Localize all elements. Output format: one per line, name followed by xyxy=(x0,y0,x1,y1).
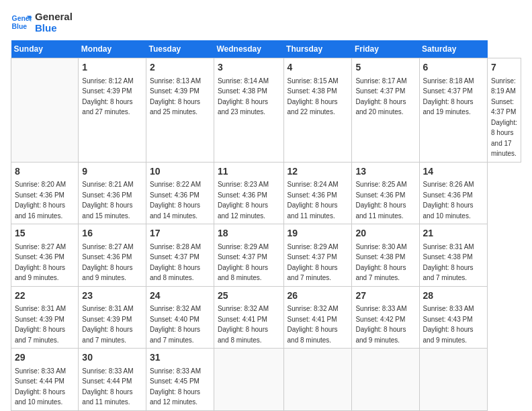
day-number: 5 xyxy=(355,61,415,75)
day-info: Sunrise: 8:18 AMSunset: 4:37 PMDaylight:… xyxy=(423,77,474,116)
day-number: 31 xyxy=(150,351,210,365)
calendar-cell: 12 Sunrise: 8:24 AMSunset: 4:36 PMDaylig… xyxy=(283,162,352,224)
calendar-cell: 24 Sunrise: 8:32 AMSunset: 4:40 PMDaylig… xyxy=(146,286,214,349)
week-row-5: 29 Sunrise: 8:33 AMSunset: 4:44 PMDaylig… xyxy=(11,349,521,411)
col-monday: Monday xyxy=(79,40,146,58)
col-thursday: Thursday xyxy=(283,40,352,58)
day-number: 19 xyxy=(287,227,349,240)
calendar-cell: 4 Sunrise: 8:15 AMSunset: 4:38 PMDayligh… xyxy=(283,58,352,163)
col-tuesday: Tuesday xyxy=(146,40,214,58)
calendar-cell: 1 Sunrise: 8:12 AMSunset: 4:39 PMDayligh… xyxy=(79,58,146,163)
calendar-cell xyxy=(419,349,487,411)
calendar-cell: 20 Sunrise: 8:30 AMSunset: 4:38 PMDaylig… xyxy=(352,224,419,287)
day-number: 11 xyxy=(218,165,280,179)
day-info: Sunrise: 8:31 AMSunset: 4:39 PMDaylight:… xyxy=(82,305,133,344)
day-info: Sunrise: 8:32 AMSunset: 4:41 PMDaylight:… xyxy=(218,305,269,344)
calendar-cell: 29 Sunrise: 8:33 AMSunset: 4:44 PMDaylig… xyxy=(11,349,79,411)
day-number: 20 xyxy=(355,227,415,240)
calendar-cell: 14 Sunrise: 8:26 AMSunset: 4:36 PMDaylig… xyxy=(419,162,487,224)
day-info: Sunrise: 8:26 AMSunset: 4:36 PMDaylight:… xyxy=(423,181,474,220)
calendar-cell: 26 Sunrise: 8:32 AMSunset: 4:41 PMDaylig… xyxy=(283,286,352,349)
day-number: 2 xyxy=(150,61,210,75)
day-number: 24 xyxy=(150,289,210,303)
week-row-1: 1 Sunrise: 8:12 AMSunset: 4:39 PMDayligh… xyxy=(11,58,521,163)
day-info: Sunrise: 8:15 AMSunset: 4:38 PMDaylight:… xyxy=(287,77,339,116)
calendar-cell: 7 Sunrise: 8:19 AMSunset: 4:37 PMDayligh… xyxy=(488,58,521,163)
day-number: 26 xyxy=(287,289,349,303)
calendar-cell xyxy=(283,349,352,411)
calendar-cell: 18 Sunrise: 8:29 AMSunset: 4:37 PMDaylig… xyxy=(214,224,283,287)
day-info: Sunrise: 8:13 AMSunset: 4:39 PMDaylight:… xyxy=(150,77,201,116)
day-number: 3 xyxy=(218,61,280,75)
day-number: 1 xyxy=(82,61,142,75)
calendar-cell: 5 Sunrise: 8:17 AMSunset: 4:37 PMDayligh… xyxy=(352,58,419,163)
day-number: 10 xyxy=(150,165,210,179)
svg-text:Blue: Blue xyxy=(12,23,28,30)
day-info: Sunrise: 8:17 AMSunset: 4:37 PMDaylight:… xyxy=(355,77,406,116)
day-info: Sunrise: 8:25 AMSunset: 4:36 PMDaylight:… xyxy=(355,181,406,220)
calendar-cell xyxy=(214,349,283,411)
day-number: 15 xyxy=(15,227,75,240)
col-friday: Friday xyxy=(352,40,419,58)
day-info: Sunrise: 8:31 AMSunset: 4:39 PMDaylight:… xyxy=(15,305,66,344)
calendar-cell: 11 Sunrise: 8:23 AMSunset: 4:36 PMDaylig… xyxy=(214,162,283,224)
day-info: Sunrise: 8:19 AMSunset: 4:37 PMDaylight:… xyxy=(491,77,517,158)
day-info: Sunrise: 8:23 AMSunset: 4:36 PMDaylight:… xyxy=(218,181,269,220)
calendar-cell: 16 Sunrise: 8:27 AMSunset: 4:36 PMDaylig… xyxy=(79,224,146,287)
day-number: 23 xyxy=(82,289,142,303)
calendar-cell: 25 Sunrise: 8:32 AMSunset: 4:41 PMDaylig… xyxy=(214,286,283,349)
day-info: Sunrise: 8:20 AMSunset: 4:36 PMDaylight:… xyxy=(15,181,66,220)
day-number: 14 xyxy=(423,165,484,179)
calendar-cell: 2 Sunrise: 8:13 AMSunset: 4:39 PMDayligh… xyxy=(146,58,214,163)
calendar-cell: 22 Sunrise: 8:31 AMSunset: 4:39 PMDaylig… xyxy=(11,286,79,349)
calendar-cell: 17 Sunrise: 8:28 AMSunset: 4:37 PMDaylig… xyxy=(146,224,214,287)
calendar-cell xyxy=(352,349,419,411)
week-row-4: 22 Sunrise: 8:31 AMSunset: 4:39 PMDaylig… xyxy=(11,286,521,349)
day-info: Sunrise: 8:28 AMSunset: 4:37 PMDaylight:… xyxy=(150,243,201,282)
day-info: Sunrise: 8:22 AMSunset: 4:36 PMDaylight:… xyxy=(150,181,201,220)
calendar-cell: 8 Sunrise: 8:20 AMSunset: 4:36 PMDayligh… xyxy=(11,162,79,224)
col-sunday: Sunday xyxy=(11,40,79,58)
day-info: Sunrise: 8:14 AMSunset: 4:38 PMDaylight:… xyxy=(218,77,269,116)
day-number: 25 xyxy=(218,289,280,303)
day-number: 22 xyxy=(15,289,75,303)
day-info: Sunrise: 8:32 AMSunset: 4:40 PMDaylight:… xyxy=(150,305,201,344)
day-info: Sunrise: 8:32 AMSunset: 4:41 PMDaylight:… xyxy=(287,305,339,344)
day-number: 8 xyxy=(15,165,75,179)
day-info: Sunrise: 8:12 AMSunset: 4:39 PMDaylight:… xyxy=(82,77,133,116)
day-number: 12 xyxy=(287,165,349,179)
day-info: Sunrise: 8:27 AMSunset: 4:36 PMDaylight:… xyxy=(15,243,66,282)
calendar-cell: 31 Sunrise: 8:33 AMSunset: 4:45 PMDaylig… xyxy=(146,349,214,411)
week-row-2: 8 Sunrise: 8:20 AMSunset: 4:36 PMDayligh… xyxy=(11,162,521,224)
day-number: 13 xyxy=(355,165,415,179)
week-row-3: 15 Sunrise: 8:27 AMSunset: 4:36 PMDaylig… xyxy=(11,224,521,287)
calendar-cell: 3 Sunrise: 8:14 AMSunset: 4:38 PMDayligh… xyxy=(214,58,283,163)
day-number: 16 xyxy=(82,227,142,240)
calendar-cell: 9 Sunrise: 8:21 AMSunset: 4:36 PMDayligh… xyxy=(79,162,146,224)
day-info: Sunrise: 8:21 AMSunset: 4:36 PMDaylight:… xyxy=(82,181,133,220)
day-number: 4 xyxy=(287,61,349,75)
day-number: 18 xyxy=(218,227,280,240)
calendar-cell: 27 Sunrise: 8:33 AMSunset: 4:42 PMDaylig… xyxy=(352,286,419,349)
day-info: Sunrise: 8:33 AMSunset: 4:45 PMDaylight:… xyxy=(150,367,201,406)
calendar-cell: 21 Sunrise: 8:31 AMSunset: 4:38 PMDaylig… xyxy=(419,224,487,287)
day-number: 17 xyxy=(150,227,210,240)
day-number: 28 xyxy=(423,289,484,303)
logo: General Blue GeneralBlue xyxy=(11,11,73,34)
day-number: 6 xyxy=(423,61,484,75)
day-info: Sunrise: 8:33 AMSunset: 4:43 PMDaylight:… xyxy=(423,305,474,344)
page-header: General Blue GeneralBlue xyxy=(11,11,521,34)
calendar-cell: 10 Sunrise: 8:22 AMSunset: 4:36 PMDaylig… xyxy=(146,162,214,224)
day-info: Sunrise: 8:33 AMSunset: 4:42 PMDaylight:… xyxy=(355,305,406,344)
calendar-cell: 28 Sunrise: 8:33 AMSunset: 4:43 PMDaylig… xyxy=(419,286,487,349)
calendar-cell: 13 Sunrise: 8:25 AMSunset: 4:36 PMDaylig… xyxy=(352,162,419,224)
day-number: 7 xyxy=(491,61,517,75)
calendar-cell xyxy=(11,58,79,163)
calendar-cell: 23 Sunrise: 8:31 AMSunset: 4:39 PMDaylig… xyxy=(79,286,146,349)
day-info: Sunrise: 8:31 AMSunset: 4:38 PMDaylight:… xyxy=(423,243,474,282)
day-info: Sunrise: 8:29 AMSunset: 4:37 PMDaylight:… xyxy=(287,243,339,282)
col-saturday: Saturday xyxy=(419,40,487,58)
day-number: 30 xyxy=(82,351,142,365)
calendar-cell: 19 Sunrise: 8:29 AMSunset: 4:37 PMDaylig… xyxy=(283,224,352,287)
calendar-table: Sunday Monday Tuesday Wednesday Thursday… xyxy=(11,40,521,411)
